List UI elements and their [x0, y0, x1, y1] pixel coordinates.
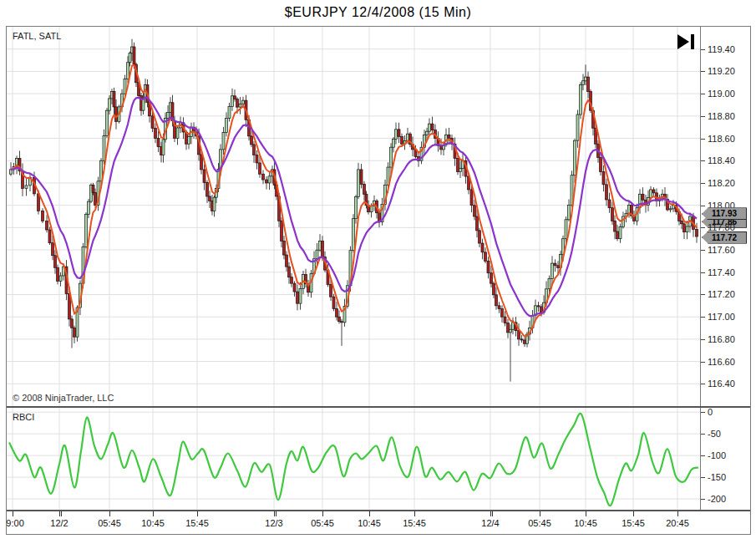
price-tick: [701, 384, 705, 384]
price-tick-label: 119.40: [708, 44, 735, 54]
price-tick: [701, 339, 705, 340]
price-tick: [701, 227, 705, 228]
time-tick-label: 12/4: [481, 518, 499, 528]
price-tick: [701, 250, 705, 251]
time-tick-label: 12/2: [50, 518, 68, 528]
rbci-line: [9, 414, 698, 506]
time-tick: [633, 511, 634, 516]
indicator-label: FATL, SATL: [13, 31, 61, 41]
time-axis[interactable]: 19:0012/205:4510:4515:4512/305:4510:4515…: [7, 510, 750, 535]
price-tick: [701, 139, 705, 140]
play-to-end-icon: [675, 33, 697, 50]
price-tick-label: 116.40: [708, 379, 735, 389]
price-tick: [701, 317, 705, 318]
price-plot-svg[interactable]: [7, 27, 700, 406]
rbci-chart-panel[interactable]: RBCI: [7, 408, 701, 510]
price-tick: [701, 362, 705, 363]
price-tag: 117.93: [702, 207, 747, 220]
time-tick: [153, 511, 154, 516]
price-tick: [701, 294, 705, 295]
time-tick-session: [61, 511, 62, 516]
price-tick: [701, 71, 705, 72]
time-tick-label: 10:45: [574, 518, 597, 528]
price-tick: [701, 206, 705, 206]
rbci-tick: [701, 499, 705, 500]
price-tick-label: 118.20: [708, 178, 735, 188]
price-tick-label: 119.00: [708, 89, 735, 99]
rbci-tick-label: -150: [708, 472, 726, 482]
rbci-tick: [701, 434, 705, 435]
time-tick-label: 05:45: [98, 518, 121, 528]
time-tick-label: 05:45: [311, 518, 334, 528]
price-tick: [701, 116, 705, 117]
price-tick-label: 118.80: [708, 111, 735, 121]
satl-line: [11, 97, 697, 316]
rbci-tick: [701, 477, 705, 478]
price-tick-label: 119.20: [708, 66, 735, 76]
time-tick-session: [492, 511, 493, 516]
rbci-plot-svg[interactable]: [7, 408, 700, 510]
go-to-last-bar-button[interactable]: [675, 33, 697, 50]
price-tick: [701, 160, 705, 161]
time-tick-label: 05:45: [528, 518, 551, 528]
price-axis[interactable]: 119.40119.20119.00118.80118.60118.40118.…: [701, 27, 750, 406]
price-tick-label: 117.40: [708, 267, 735, 277]
price-tick-label: 117.00: [708, 312, 735, 322]
time-tick-label: 12/3: [265, 518, 282, 528]
rbci-tick-label: -200: [708, 494, 726, 504]
price-tag: 117.72: [702, 231, 747, 244]
time-tick-label: 15:45: [185, 518, 209, 528]
rbci-tick-label: -100: [708, 450, 726, 460]
time-tick: [540, 511, 540, 516]
price-tick-label: 118.40: [708, 155, 735, 165]
time-tick: [322, 511, 323, 516]
chart-frame: FATL, SATL © 2008 NinjaTrader, LLC 119.4…: [6, 26, 751, 535]
time-tick-label: 10:45: [141, 518, 165, 528]
time-tick: [586, 511, 586, 516]
rbci-label: RBCI: [13, 412, 34, 422]
time-tick-label: 10:45: [358, 518, 381, 528]
time-tick: [490, 511, 491, 516]
rbci-tick-label: 0: [708, 408, 713, 417]
time-tick-session: [276, 511, 277, 516]
chart-window: $EURJPY 12/4/2008 (15 Min) FATL, SATL © …: [0, 0, 756, 549]
rbci-tick: [701, 412, 705, 413]
time-tick: [677, 511, 678, 516]
price-chart-panel[interactable]: FATL, SATL © 2008 NinjaTrader, LLC: [7, 27, 701, 406]
time-tick-label: 15:45: [622, 518, 645, 528]
price-tick: [701, 272, 705, 273]
time-tick-label: 15:45: [403, 518, 426, 528]
price-tick-label: 117.60: [708, 245, 735, 255]
copyright-label: © 2008 NinjaTrader, LLC: [13, 393, 114, 403]
time-tick: [414, 511, 415, 516]
rbci-axis[interactable]: 0-50-100-150-200: [701, 408, 750, 510]
price-tick: [701, 49, 705, 50]
time-tick: [369, 511, 370, 516]
page-title: $EURJPY 12/4/2008 (15 Min): [0, 5, 756, 20]
price-tick: [701, 183, 705, 184]
time-tick-label: 19:00: [7, 518, 24, 528]
price-tick-label: 116.60: [708, 357, 735, 367]
price-tick-label: 117.20: [708, 289, 735, 299]
time-tick: [197, 511, 198, 516]
rbci-tick-label: -50: [708, 429, 721, 439]
time-tick: [109, 511, 110, 516]
time-tick: [59, 511, 60, 516]
time-tick: [274, 511, 275, 516]
rbci-tick: [701, 455, 705, 456]
time-tick: [13, 511, 13, 516]
price-tick-label: 116.80: [708, 334, 735, 344]
price-tick: [701, 94, 705, 94]
time-tick-label: 20:45: [666, 518, 689, 528]
price-tick-label: 118.60: [708, 134, 735, 144]
